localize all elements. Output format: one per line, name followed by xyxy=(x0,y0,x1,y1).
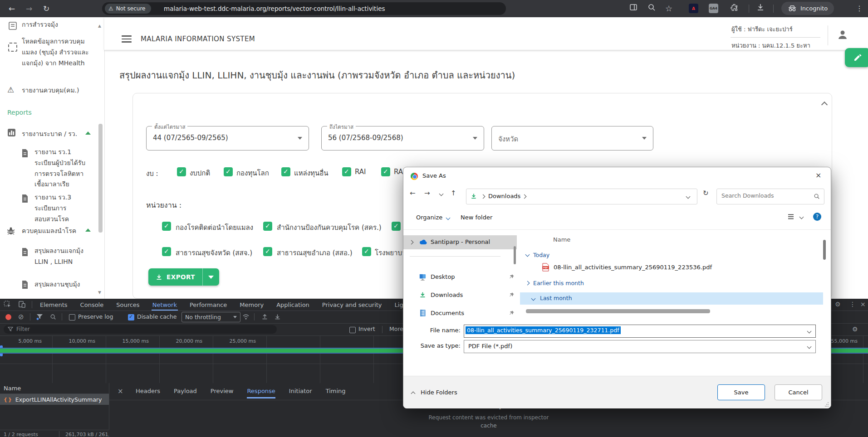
menu-hamburger-icon[interactable] xyxy=(122,34,132,44)
extensions-puzzle-icon[interactable] xyxy=(729,3,740,14)
address-bar[interactable]: ⚠ Not secure malaria-web-test.ddc-malari… xyxy=(102,2,506,15)
disable-cache-label[interactable]: Disable cache xyxy=(137,313,177,320)
dialog-up-icon[interactable]: ↑ xyxy=(451,189,456,197)
network-conditions-icon[interactable] xyxy=(242,313,250,321)
extension-ga4-icon[interactable]: GA4 xyxy=(709,4,718,13)
budget-opt-label[interactable]: กองทุนโลก xyxy=(236,168,269,179)
import-har-icon[interactable] xyxy=(261,313,268,321)
forward-icon[interactable]: → xyxy=(24,3,34,14)
edit-fab-button[interactable] xyxy=(845,48,868,67)
dialog-close-icon[interactable]: × xyxy=(815,171,821,180)
budget-opt-label[interactable]: RA xyxy=(394,168,403,176)
file-item-today[interactable]: 08-llin_all_activities_summary_25690119_… xyxy=(554,264,712,271)
detail-tab-initiator[interactable]: Initiator xyxy=(289,388,312,394)
bookmark-star-icon[interactable]: ☆ xyxy=(663,3,674,14)
browser-menu-icon[interactable]: ⋮ xyxy=(854,3,865,14)
column-header-name[interactable]: Name xyxy=(553,236,570,243)
budget-opt-label[interactable]: งบปกติ xyxy=(190,168,210,179)
scroll-up-icon[interactable]: ▲ xyxy=(98,24,101,28)
sidebar-item-dip-summary[interactable]: สรุปผลงานชุบมุ้ง xyxy=(34,279,93,290)
collapse-arrow-icon[interactable] xyxy=(85,228,91,232)
search-icon[interactable] xyxy=(50,314,56,321)
recent-locations-icon[interactable] xyxy=(439,192,444,196)
url-text[interactable]: malaria-web-test.ddc-malaria.org/reports… xyxy=(164,5,385,12)
checkbox-org-dvbd[interactable] xyxy=(162,222,171,231)
province-select[interactable]: จังหวัด xyxy=(491,126,653,151)
export-har-icon[interactable] xyxy=(274,313,281,321)
sidebar-item-vector-control[interactable]: ควบคุมแมลงนำโรค xyxy=(22,226,85,237)
nav-item-onedrive[interactable]: Santiparp - Personal xyxy=(403,235,517,249)
clear-icon[interactable]: ⊘ xyxy=(18,313,24,321)
side-panel-icon[interactable] xyxy=(628,3,639,14)
search-box[interactable] xyxy=(716,189,824,204)
organize-menu[interactable]: Organize xyxy=(416,214,450,221)
detail-tab-response[interactable]: Response xyxy=(247,388,275,398)
sidebar-item-control-report[interactable]: รายงานควบคุม(คม.) xyxy=(22,85,90,96)
sidebar-item-rw1[interactable]: รายงาน รว.1 ระเบียนผู้ป่วยได้รับการตรวจโ… xyxy=(34,147,90,190)
tab-elements[interactable]: Elements xyxy=(39,301,69,308)
reload-icon[interactable]: ↻ xyxy=(41,3,52,14)
devtools-menu-icon[interactable]: ⋮ xyxy=(849,301,856,308)
preserve-log-label[interactable]: Preserve log xyxy=(78,313,113,320)
close-detail-icon[interactable]: × xyxy=(118,387,123,395)
address-breadcrumb[interactable]: Downloads xyxy=(466,189,697,204)
group-today[interactable]: Today xyxy=(526,252,549,258)
network-settings-icon[interactable]: ⚙ xyxy=(852,325,858,333)
org-opt-label[interactable]: กองโรคติดต่อนำโดยแมลง xyxy=(176,222,253,233)
org-opt-label[interactable]: โรงพยาบา xyxy=(375,248,406,258)
detail-tab-headers[interactable]: Headers xyxy=(136,388,160,394)
sidebar-item-mhealth[interactable]: โหลดข้อมูลการควบคุมแมลง (ชุบมุ้ง สำรวจแล… xyxy=(22,36,90,68)
org-opt-label[interactable]: สำนักงานป้องกันควบคุมโรค (สคร.) xyxy=(277,222,382,233)
request-column-header[interactable]: Name xyxy=(0,383,109,394)
invert-label[interactable]: Invert xyxy=(358,325,375,332)
from-quarter-select[interactable]: ตั้งแต่ไตรมาส 44 (07/2565-09/2565) xyxy=(146,126,309,151)
hide-folders-button[interactable]: Hide Folders xyxy=(421,389,457,396)
save-type-select[interactable]: PDF File (*.pdf) xyxy=(464,340,816,353)
tab-application[interactable]: Application xyxy=(275,301,310,308)
detail-tab-preview[interactable]: Preview xyxy=(211,388,234,394)
request-row[interactable]: { } ExportLLINAllActivitySummary xyxy=(0,394,109,405)
scroll-down-icon[interactable]: ▼ xyxy=(98,290,101,295)
checkbox-budget-otherfund[interactable] xyxy=(281,167,290,176)
sidebar-item-llin-summary[interactable]: สรุปผลงานแจกมุ้ง LLIN , LLIHN xyxy=(34,246,90,267)
throttling-select[interactable]: No throttling xyxy=(181,312,240,322)
tab-privacy[interactable]: Privacy and security xyxy=(321,301,383,308)
view-options-icon[interactable] xyxy=(787,213,803,222)
org-opt-label[interactable]: สาธารณสุขอำเภอ (สสอ.) xyxy=(277,248,353,258)
back-icon[interactable]: ← xyxy=(6,3,17,14)
nav-pane-scrollbar[interactable] xyxy=(514,246,516,264)
expand-chevron-icon[interactable] xyxy=(409,240,414,245)
to-quarter-select[interactable]: ถึงไตรมาส 56 (07/2568-09/2568) xyxy=(321,126,484,151)
devtools-close-icon[interactable]: × xyxy=(860,301,866,308)
checkbox-budget-ra[interactable] xyxy=(381,167,390,176)
file-list-scrollbar[interactable] xyxy=(823,240,826,260)
sidebar-item-rw3[interactable]: รายงาน รว.3 ระเบียนการสอบสวนโรค xyxy=(34,192,90,224)
more-filters-label[interactable]: More xyxy=(389,325,403,332)
checkbox-budget-rai[interactable] xyxy=(342,167,351,176)
network-filter-input[interactable]: Filter xyxy=(4,325,277,334)
sidebar-item-epidemic-reports[interactable]: รายงานระบาด / รว. xyxy=(22,129,85,140)
checkbox-org-sso[interactable] xyxy=(263,247,272,256)
sidebar-scrollbar[interactable] xyxy=(98,124,103,233)
downloads-toolbar-icon[interactable] xyxy=(755,3,766,14)
disable-cache-checkbox[interactable] xyxy=(128,314,134,320)
collapse-arrow-icon[interactable] xyxy=(85,131,91,135)
budget-opt-label[interactable]: RAI xyxy=(355,168,366,176)
checkbox-org-hidden[interactable] xyxy=(392,222,401,231)
zoom-icon[interactable] xyxy=(646,3,657,14)
tab-console[interactable]: Console xyxy=(79,301,105,308)
detail-tab-timing[interactable]: Timing xyxy=(326,388,346,394)
export-button[interactable]: EXPORT xyxy=(148,273,202,281)
checkbox-budget-globalfund[interactable] xyxy=(224,167,233,176)
account-icon[interactable] xyxy=(836,28,849,43)
help-icon[interactable]: ? xyxy=(813,213,821,221)
invert-checkbox[interactable] xyxy=(349,327,356,333)
tab-memory[interactable]: Memory xyxy=(239,301,265,308)
group-last-month-row[interactable]: Last month xyxy=(520,292,823,305)
record-icon[interactable] xyxy=(5,314,11,320)
org-opt-label[interactable]: สาธารณสุขจังหวัด (สสจ.) xyxy=(176,248,252,258)
budget-opt-label[interactable]: แหล่งทุนอื่น xyxy=(294,168,328,179)
tab-performance[interactable]: Performance xyxy=(189,301,228,308)
device-toolbar-icon[interactable] xyxy=(18,301,26,310)
checkbox-org-ssj[interactable] xyxy=(162,247,171,256)
